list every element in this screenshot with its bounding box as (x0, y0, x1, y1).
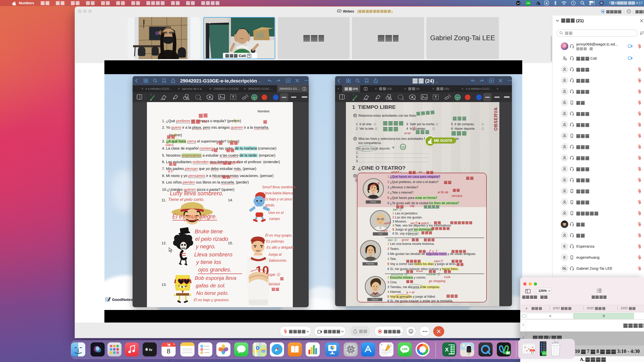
svg-text:X: X (445, 346, 449, 353)
svg-text:tv: tv (149, 347, 152, 352)
svg-text:LINE: LINE (526, 2, 530, 4)
svg-text:T: T (232, 95, 234, 99)
svg-text:LINE: LINE (402, 348, 408, 350)
svg-text:■: ■ (546, 2, 548, 5)
svg-text:☃: ☃ (352, 93, 354, 96)
svg-text:T: T (435, 95, 437, 99)
svg-text:☃: ☃ (150, 93, 152, 96)
svg-text:280: 280 (262, 350, 265, 352)
svg-text:“: “ (381, 343, 383, 348)
